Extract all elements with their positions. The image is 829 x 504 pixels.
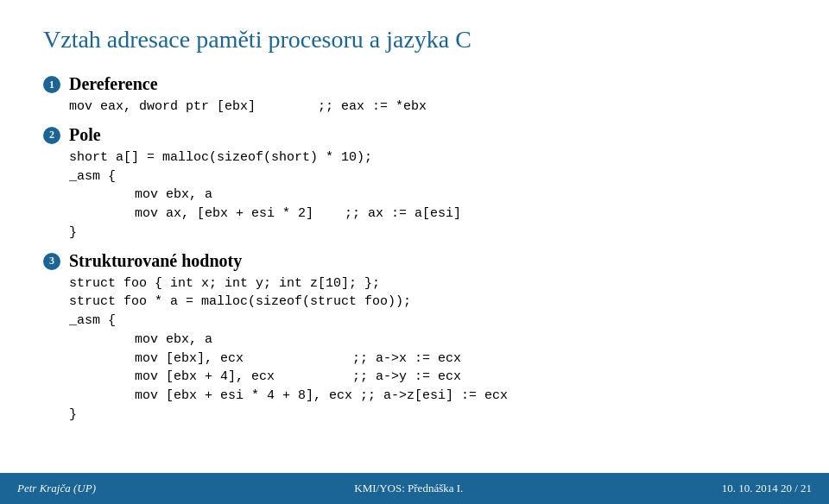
code-line: mov [ebx + esi * 4 + 8], ecx ;; a->z[esi…	[104, 387, 786, 406]
main-content: Vztah adresace paměti procesoru a jazyka…	[0, 0, 829, 473]
code-line: }	[69, 224, 786, 243]
section-1: 1 Dereference mov eax, dword ptr [ebx] ;…	[43, 74, 786, 117]
section-3: 3 Strukturované hodnoty struct foo { int…	[43, 251, 786, 425]
code-line: mov eax, dword ptr [ebx] ;; eax := *ebx	[69, 98, 786, 117]
slide-title: Vztah adresace paměti procesoru a jazyka…	[43, 26, 786, 54]
section-2-code: short a[] = malloc(sizeof(short) * 10); …	[69, 148, 786, 243]
footer-title: KMI/YOS: Přednáška I.	[354, 482, 463, 495]
footer-author: Petr Krajča (UP)	[17, 482, 96, 495]
code-line: mov [ebx + 4], ecx ;; a->y := ecx	[104, 368, 786, 387]
section-3-title: Strukturované hodnoty	[69, 251, 242, 271]
section-1-number: 1	[43, 76, 60, 93]
section-3-number: 3	[43, 253, 60, 270]
footer: Petr Krajča (UP) KMI/YOS: Přednáška I. 1…	[0, 473, 829, 504]
section-1-code: mov eax, dword ptr [ebx] ;; eax := *ebx	[69, 98, 786, 117]
code-line: mov ax, [ebx + esi * 2] ;; ax := a[esi]	[104, 205, 786, 224]
footer-page: 10. 10. 2014 20 / 21	[722, 482, 812, 495]
section-3-header: 3 Strukturované hodnoty	[43, 251, 786, 271]
section-2-header: 2 Pole	[43, 125, 786, 145]
section-3-code: struct foo { int x; int y; int z[10]; };…	[69, 274, 786, 425]
code-line: mov ebx, a	[104, 331, 786, 350]
section-1-title: Dereference	[69, 74, 158, 94]
section-2: 2 Pole short a[] = malloc(sizeof(short) …	[43, 125, 786, 243]
code-line: struct foo { int x; int y; int z[10]; };	[69, 274, 786, 293]
code-line: mov ebx, a	[104, 186, 786, 205]
code-line: _asm {	[69, 312, 786, 331]
section-2-number: 2	[43, 127, 60, 144]
code-line: }	[69, 406, 786, 425]
code-line: mov [ebx], ecx ;; a->x := ecx	[104, 350, 786, 369]
code-line: short a[] = malloc(sizeof(short) * 10);	[69, 148, 786, 167]
code-line: _asm {	[69, 167, 786, 186]
code-line: struct foo * a = malloc(sizeof(struct fo…	[69, 293, 786, 312]
section-2-title: Pole	[69, 125, 101, 145]
section-1-header: 1 Dereference	[43, 74, 786, 94]
